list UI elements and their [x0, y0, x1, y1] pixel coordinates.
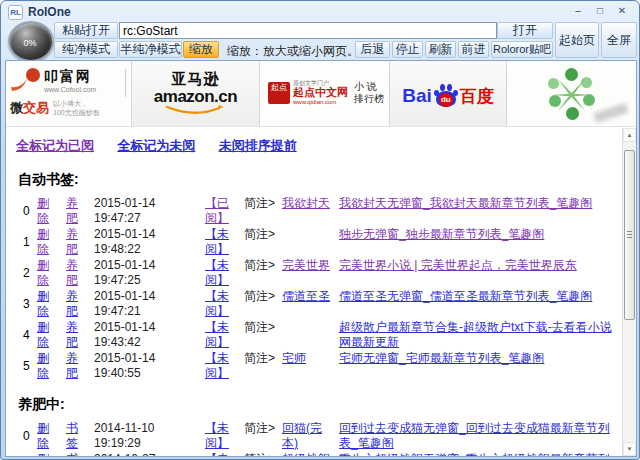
progress-orb-button[interactable]: 0%: [8, 21, 54, 62]
title-link[interactable]: 超级散户最新章节合集-超级散户txt下载-去看看小说网最新更新: [339, 320, 616, 350]
refresh-button[interactable]: 刷新: [425, 41, 456, 58]
title-link[interactable]: 独步无弹窗_独步最新章节列表_笔趣阁: [339, 227, 616, 242]
name-link[interactable]: 回猫(完本): [282, 421, 330, 451]
name-link[interactable]: 儒道至圣: [282, 289, 330, 304]
title-link[interactable]: 完美世界小说 | 完美世界起点，完美世界辰东: [339, 258, 616, 273]
semi-pure-mode-button[interactable]: 半纯净模式: [119, 41, 182, 58]
zoom-button[interactable]: 缩放: [183, 41, 219, 58]
status-link[interactable]: 【未阅】: [205, 452, 235, 456]
bookmark-row: 4 删除 养肥 2015-01-1419:43:42 【未阅】 简注> 超级散户…: [16, 320, 622, 351]
row-datetime: 2015-01-1419:48:22: [94, 227, 166, 257]
app-icon: RL: [8, 5, 23, 20]
tag-link[interactable]: 养肥: [66, 196, 81, 226]
address-input[interactable]: [119, 22, 497, 39]
row-index: 0: [23, 196, 32, 219]
minimize-button[interactable]: –: [569, 3, 587, 18]
stop-button[interactable]: 停止: [392, 41, 423, 58]
bookmark-row: 0 删除 书签 2014-11-1019:19:29 【未阅】 简注> 回猫(完…: [16, 421, 622, 452]
delete-link[interactable]: 删除: [37, 227, 52, 257]
open-button[interactable]: 打开: [497, 22, 553, 39]
tag-link[interactable]: 养肥: [66, 320, 81, 350]
paste-open-button[interactable]: 粘贴打开: [54, 22, 118, 39]
tag-link[interactable]: 养肥: [66, 289, 81, 319]
unread-first-link[interactable]: 未阅排序提前: [219, 138, 297, 153]
name-link[interactable]: 完美世界: [282, 258, 330, 273]
watermark: [593, 103, 628, 123]
bookmark-row: 2 删除 养肥 2015-01-1419:47:25 【未阅】 简注> 完美世界…: [16, 258, 622, 289]
tag-link[interactable]: 养肥: [66, 351, 81, 381]
note-label: 简注>: [244, 227, 282, 242]
row-date: 2015-01-14: [94, 320, 166, 335]
status-link[interactable]: 【未阅】: [205, 289, 235, 319]
banner-baidu[interactable]: Bai du 百度: [390, 61, 507, 126]
bookmark-row: 3 删除 养肥 2015-01-1419:47:21 【未阅】 简注> 儒道至圣…: [16, 289, 622, 320]
status-link[interactable]: 【已阅】: [205, 196, 235, 226]
close-button[interactable]: ✕: [613, 3, 631, 18]
ad-banner-strip: 叩富网 www.Cofool.com 微交易 以小博大，100元也能炒股 亚马逊…: [6, 61, 636, 127]
forward-button[interactable]: 前进: [458, 41, 489, 58]
title-link[interactable]: 儒道至圣无弹窗_儒道至圣最新章节列表_笔趣阁: [339, 289, 616, 304]
browser-viewport: 叩富网 www.Cofool.com 微交易 以小博大，100元也能炒股 亚马逊…: [5, 60, 637, 457]
mark-all-read-link[interactable]: 全标记为已阅: [16, 138, 94, 153]
status-link[interactable]: 【未阅】: [205, 351, 235, 381]
tag-link[interactable]: 养肥: [66, 227, 81, 257]
delete-link[interactable]: 删除: [37, 421, 52, 451]
row-index: 2: [23, 258, 32, 281]
row-datetime: 2014-10-2709:16:35: [94, 452, 166, 456]
name-link[interactable]: 超级战舰: [282, 452, 330, 456]
note-label: 简注>: [244, 320, 282, 335]
title-link[interactable]: 宅师无弹窗_宅师最新章节列表_笔趣阁: [339, 351, 616, 366]
home-page-button[interactable]: 起始页: [555, 22, 599, 58]
row-date: 2015-01-14: [94, 196, 166, 211]
maximize-button[interactable]: □: [591, 3, 609, 18]
banner-cofool[interactable]: 叩富网 www.Cofool.com 微交易 以小博大，100元也能炒股: [6, 61, 132, 126]
row-time: 19:19:29: [94, 436, 166, 451]
name-link[interactable]: 宅师: [282, 351, 330, 366]
back-button[interactable]: 后退: [355, 41, 390, 58]
title-link[interactable]: 我欲封天无弹窗_我欲封天最新章节列表_笔趣阁: [339, 196, 616, 211]
row-time: 19:47:27: [94, 211, 166, 226]
delete-link[interactable]: 删除: [37, 196, 52, 226]
row-date: 2015-01-14: [94, 227, 166, 242]
delete-link[interactable]: 删除: [37, 351, 52, 381]
qidian-rank-label: 小 说排行榜: [354, 81, 384, 105]
title-link[interactable]: 重生之超级战舰无弹窗_重生之超级战舰最新章节列表_笔趣阁: [339, 452, 616, 456]
scrollbar-thumb[interactable]: [624, 150, 635, 320]
page-body: 全标记为已阅 全标记为未阅 未阅排序提前 自动书签: 0 删除 养肥 2015-…: [6, 128, 622, 456]
scroll-down-icon[interactable]: ▼: [623, 442, 636, 456]
mark-all-unread-link[interactable]: 全标记为未阅: [117, 138, 195, 153]
status-link[interactable]: 【未阅】: [205, 320, 235, 350]
fullscreen-button[interactable]: 全屏: [601, 22, 637, 58]
status-link[interactable]: 【未阅】: [205, 421, 235, 451]
bookmark-row: 1 删除 养肥 2015-01-1419:48:22 【未阅】 简注> 独步无弹…: [16, 227, 622, 258]
banner-amazon[interactable]: 亚马逊 amazon.cn: [132, 61, 260, 126]
banner-green-logo[interactable]: [507, 61, 636, 126]
delete-link[interactable]: 删除: [37, 289, 52, 319]
tag-link[interactable]: 书签: [66, 452, 81, 456]
status-link[interactable]: 【未阅】: [205, 227, 235, 257]
delete-link[interactable]: 删除: [37, 258, 52, 288]
title-link[interactable]: 回到过去变成猫无弹窗_回到过去变成猫最新章节列表_笔趣阁: [339, 421, 616, 451]
scroll-up-icon[interactable]: ▲: [623, 128, 636, 142]
tag-link[interactable]: 书签: [66, 421, 81, 451]
bookmark-row: 5 删除 养肥 2015-01-1419:40:55 【未阅】 简注> 宅师 宅…: [16, 351, 622, 382]
title-bar[interactable]: RL RolOne – □ ✕: [1, 1, 639, 23]
delete-link[interactable]: 删除: [37, 320, 52, 350]
row-datetime: 2015-01-1419:43:42: [94, 320, 166, 350]
delete-link[interactable]: 删除: [37, 452, 52, 456]
row-datetime: 2014-11-1019:19:29: [94, 421, 166, 451]
row-time: 19:47:25: [94, 273, 166, 288]
pure-mode-button[interactable]: 纯净模式: [54, 41, 118, 58]
row-index: 1: [23, 452, 32, 456]
zoom-hint-text: 缩放：放大或缩小网页。: [227, 43, 359, 60]
name-link[interactable]: 我欲封天: [282, 196, 330, 211]
banner-qidian[interactable]: 起点 原创文学门户 起点中文网 www.qidian.com 小 说排行榜: [260, 61, 390, 126]
cofool-logo-icon: [10, 67, 42, 93]
progress-value: 0%: [23, 37, 36, 47]
vertical-scrollbar[interactable]: ▲ ▼: [622, 128, 636, 456]
status-link[interactable]: 【未阅】: [205, 258, 235, 288]
qidian-url: www.qidian.com: [293, 98, 348, 106]
fattening-list: 0 删除 书签 2014-11-1019:19:29 【未阅】 简注> 回猫(完…: [16, 421, 622, 456]
tag-link[interactable]: 养肥: [66, 258, 81, 288]
tieba-button[interactable]: Roloror贴吧: [491, 41, 553, 58]
